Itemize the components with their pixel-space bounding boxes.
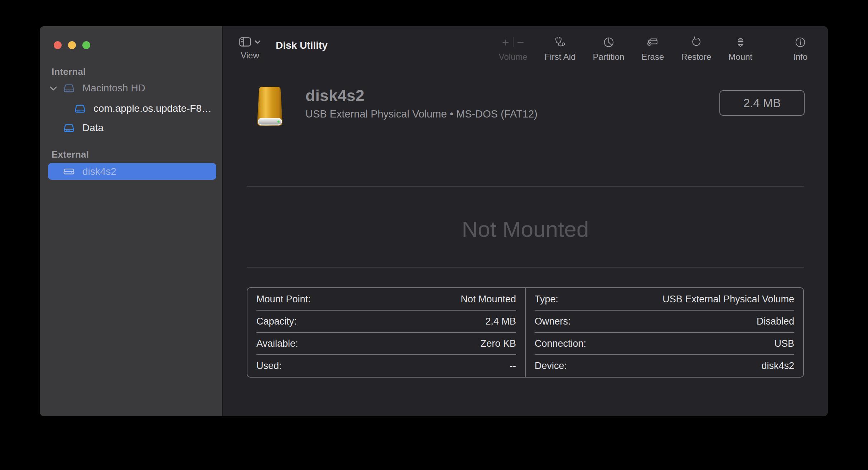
table-row: Capacity: 2.4 MB: [247, 310, 525, 332]
info-icon: [794, 34, 806, 51]
disk-header: disk4s2 USB External Physical Volume • M…: [250, 86, 805, 126]
sidebar-item-macintosh-hd[interactable]: Macintosh HD: [40, 80, 223, 96]
disk-title: disk4s2: [305, 87, 537, 105]
details-column-right: Type: USB External Physical Volume Owner…: [525, 288, 803, 377]
chevron-down-icon: [255, 40, 261, 44]
zoom-button[interactable]: [82, 41, 90, 49]
sidebar-item-com-apple-os-update[interactable]: com.apple.os.update-F8…: [40, 100, 223, 117]
table-row: Type: USB External Physical Volume: [526, 288, 803, 310]
sidebar-item-label: Data: [82, 122, 103, 134]
mount-icon: [734, 34, 747, 51]
sidebar-section-external: External: [52, 149, 89, 160]
close-button[interactable]: [54, 41, 62, 49]
toolbar-erase-button[interactable]: Erase: [642, 34, 664, 62]
sidebar-toggle-icon: [239, 37, 251, 47]
toolbar-volume-button[interactable]: +− Volume: [499, 34, 527, 62]
toolbar-info-button[interactable]: Info: [790, 34, 811, 62]
erase-icon: [646, 34, 660, 51]
size-badge: 2.4 MB: [719, 90, 805, 116]
toolbar: View Disk Utility +− Volume: [223, 26, 828, 67]
sidebar-item-disk4s2-selected[interactable]: disk4s2: [48, 163, 216, 180]
table-row: Owners: Disabled: [526, 310, 803, 332]
add-remove-volume-icon: +−: [502, 34, 524, 51]
desktop: Internal Macintosh HD com.apple.os.updat…: [0, 0, 868, 470]
partition-icon: [603, 34, 615, 51]
table-row: Device: disk4s2: [526, 355, 803, 377]
view-button[interactable]: View: [239, 35, 261, 61]
volume-icon: [62, 123, 76, 133]
disk-subtitle: USB External Physical Volume • MS-DOS (F…: [305, 108, 537, 120]
toolbar-restore-button[interactable]: Restore: [681, 34, 711, 62]
content-area: disk4s2 USB External Physical Volume • M…: [223, 67, 828, 416]
table-row: Used: --: [247, 355, 525, 377]
sidebar: Internal Macintosh HD com.apple.os.updat…: [40, 26, 223, 416]
sidebar-section-internal: Internal: [52, 66, 86, 77]
details-table: Mount Point: Not Mounted Capacity: 2.4 M…: [247, 287, 804, 378]
external-disk-icon: [250, 86, 290, 126]
external-drive-icon: [62, 166, 76, 177]
divider: [247, 267, 804, 268]
table-row: Available: Zero KB: [247, 332, 525, 355]
sidebar-item-label: com.apple.os.update-F8…: [93, 103, 212, 114]
toolbar-partition-button[interactable]: Partition: [593, 34, 625, 62]
view-button-label: View: [241, 51, 259, 61]
first-aid-icon: [554, 34, 566, 51]
sidebar-item-label: Macintosh HD: [82, 82, 145, 94]
sidebar-item-label: disk4s2: [82, 166, 116, 177]
mount-status: Not Mounted: [247, 216, 804, 242]
details-column-left: Mount Point: Not Mounted Capacity: 2.4 M…: [247, 288, 525, 377]
toolbar-first-aid-button[interactable]: First Aid: [545, 34, 576, 62]
table-row: Connection: USB: [526, 332, 803, 355]
disk-utility-window: Internal Macintosh HD com.apple.os.updat…: [40, 26, 828, 416]
toolbar-items: +− Volume Fi: [499, 26, 811, 62]
internal-drive-icon: [62, 83, 76, 93]
divider: [247, 186, 804, 187]
sidebar-item-data[interactable]: Data: [40, 120, 223, 136]
volume-icon: [73, 104, 87, 114]
main-panel: View Disk Utility +− Volume: [223, 26, 828, 416]
minimize-button[interactable]: [68, 41, 76, 49]
restore-icon: [690, 34, 702, 51]
toolbar-mount-button[interactable]: Mount: [728, 34, 752, 62]
traffic-lights: [54, 41, 90, 49]
chevron-down-icon[interactable]: [49, 86, 57, 91]
window-title: Disk Utility: [276, 40, 328, 51]
table-row: Mount Point: Not Mounted: [247, 288, 525, 310]
